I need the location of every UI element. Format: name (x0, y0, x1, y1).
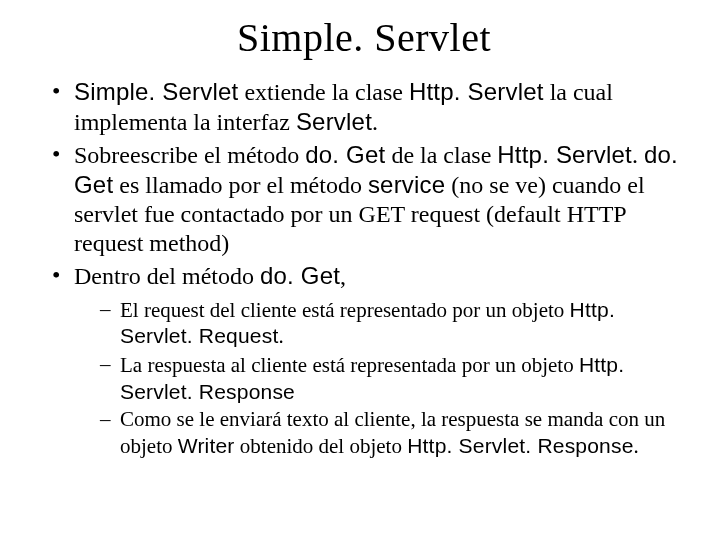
list-item: El request del cliente está representado… (100, 297, 680, 350)
code-text: Servlet (296, 108, 372, 135)
body-text: . (372, 109, 378, 135)
code-text: do. Get (260, 262, 340, 289)
body-text: , (340, 263, 346, 289)
list-item: Sobreescribe el método do. Get de la cla… (48, 140, 680, 259)
code-text: Http. Servlet (497, 141, 632, 168)
body-text: de la clase (385, 142, 497, 168)
slide-title: Simple. Servlet (48, 14, 680, 61)
body-text: Sobreescribe el método (74, 142, 305, 168)
body-text: Dentro del método (74, 263, 260, 289)
code-text: Http. Servlet (409, 78, 544, 105)
slide: Simple. Servlet Simple. Servlet extiende… (0, 0, 720, 540)
list-item: Como se le enviará texto al cliente, la … (100, 407, 680, 459)
body-text: . (278, 324, 283, 348)
body-text: El request del cliente está representado… (120, 298, 570, 322)
list-item: La respuesta al cliente está representad… (100, 352, 680, 405)
body-text: . (632, 142, 644, 168)
body-text: es llamado por el método (113, 172, 368, 198)
list-item: Simple. Servlet extiende la clase Http. … (48, 77, 680, 138)
code-text: Writer (178, 434, 235, 457)
bullet-list: Simple. Servlet extiende la clase Http. … (48, 77, 680, 460)
body-text: . (634, 434, 639, 458)
code-text: do. Get (305, 141, 385, 168)
code-text: service (368, 171, 445, 198)
body-text: extiende la clase (238, 79, 409, 105)
body-text: obtenido del objeto (235, 434, 408, 458)
code-text: Http. Servlet. Response (407, 434, 633, 457)
sub-list: El request del cliente está representado… (74, 297, 680, 460)
code-text: Simple. Servlet (74, 78, 238, 105)
body-text: La respuesta al cliente está representad… (120, 353, 579, 377)
list-item: Dentro del método do. Get,El request del… (48, 261, 680, 460)
